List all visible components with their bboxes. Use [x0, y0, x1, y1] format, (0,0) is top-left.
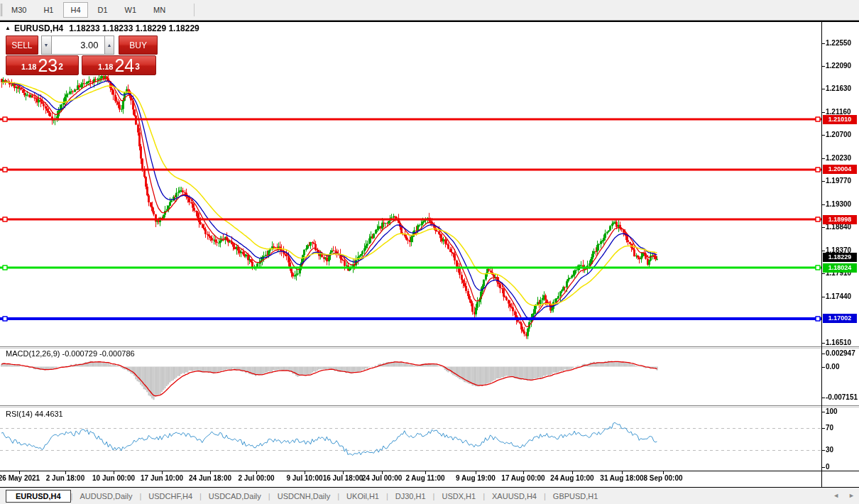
tab-scroll-left-icon[interactable]: ◄ — [833, 491, 839, 500]
tab-item-usdcad[interactable]: USDCAD,Daily — [202, 490, 268, 503]
tab-scroll-right-icon[interactable]: ► — [848, 491, 855, 500]
tab-item-usdx[interactable]: USDX,H1 — [434, 490, 483, 503]
x-axis-label: 17 Jun 10:00 — [141, 474, 183, 482]
timeframe-button-w1[interactable]: W1 — [118, 2, 144, 18]
price-chart-canvas[interactable] — [0, 0, 859, 504]
timeframe-group: M30H1H4D1W1MN — [3, 2, 174, 18]
timeframe-toolbar: M30H1H4D1W1MN — [0, 0, 859, 21]
symbol-period-label: EURUSD,H4 — [14, 23, 63, 33]
toolbar-separator — [194, 4, 195, 16]
rsi-scale-label: 100 — [826, 407, 858, 415]
tab-item-usdcnh[interactable]: USDCNH,Daily — [270, 490, 338, 503]
volume-input[interactable] — [52, 35, 104, 55]
x-axis-label: 2 Aug 11:00 — [405, 474, 444, 482]
sell-button[interactable]: SELL — [6, 35, 38, 55]
sell-price-display[interactable]: 1.18232 — [6, 55, 79, 75]
x-axis-label: 26 May 2021 — [0, 474, 40, 482]
volume-decrease-button[interactable]: ▼ — [41, 35, 52, 55]
hline-price-tag: 1.20004 — [823, 165, 857, 174]
rsi-scale-label: 70 — [826, 424, 858, 432]
y-axis-tick-label: 1.21630 — [826, 84, 858, 92]
y-axis-tick-label: 1.22550 — [826, 39, 858, 47]
macd-indicator-label: MACD(12,26,9) -0.000729 -0.000786 — [6, 349, 135, 358]
rsi-scale-label: 0 — [826, 463, 858, 471]
mt4-chart-window: M30H1H4D1W1MN ▲EURUSD,H41.18233 1.18233 … — [0, 0, 859, 504]
tab-item-gbpusd[interactable]: GBPUSD,H1 — [546, 490, 606, 503]
x-axis-label: 24 Jun 18:00 — [189, 474, 231, 482]
sell-price-sup: 2 — [58, 56, 63, 77]
timeframe-button-mn[interactable]: MN — [146, 2, 173, 18]
x-axis-label: 17 Aug 00:00 — [501, 474, 545, 482]
y-axis-tick-label: 1.17440 — [826, 292, 858, 300]
hline-price-tag: 1.18024 — [823, 263, 857, 273]
y-axis-tick-label: 1.19300 — [826, 200, 858, 208]
x-axis-label: 9 Jul 10:00 — [286, 474, 322, 482]
timeframe-button-h1[interactable]: H1 — [36, 2, 60, 18]
y-axis-tick-label: 1.19770 — [826, 177, 858, 185]
rsi-indicator-label: RSI(14) 44.4631 — [6, 410, 63, 418]
tab-item-usdchf[interactable]: USDCHF,H4 — [141, 490, 199, 503]
tab-item-eurusd[interactable]: EURUSD,H4 — [6, 490, 71, 503]
tab-scroll-arrows: ◄ ► — [833, 491, 855, 500]
chart-tab-bar: EURUSD,H4|AUDUSD,Daily|USDCHF,H4|USDCAD,… — [0, 488, 859, 504]
tab-item-ukoil[interactable]: UKOil,H1 — [339, 490, 386, 503]
rsi-scale-label: 30 — [826, 446, 858, 454]
sell-price-big: 23 — [38, 57, 58, 74]
timeframe-button-h4[interactable]: H4 — [63, 2, 87, 18]
x-axis-label: 9 Aug 19:00 — [456, 474, 496, 482]
ohlc-values: 1.18233 1.18233 1.18229 1.18229 — [69, 23, 199, 33]
volume-increase-button[interactable]: ▲ — [104, 35, 115, 55]
x-axis-label: 16 Jul 18:00 — [323, 474, 363, 482]
buy-price-base: 1.18 — [98, 60, 113, 74]
y-axis-tick-label: 1.20700 — [826, 131, 858, 138]
hline-price-tag: 1.17002 — [823, 314, 857, 323]
hline-price-tag: 1.21010 — [823, 115, 857, 124]
macd-scale-label: 0.002947 — [826, 349, 858, 357]
chevron-down-icon: ▼ — [44, 43, 49, 48]
buy-price-sup: 3 — [135, 56, 140, 77]
y-axis-tick-label: 1.20230 — [826, 154, 858, 162]
x-axis-label: 31 Aug 18:00 — [600, 474, 643, 482]
tab-item-audusd[interactable]: AUDUSD,Daily — [72, 490, 139, 503]
x-axis-label: 2 Jun 18:00 — [46, 474, 84, 482]
chart-title: ▲EURUSD,H41.18233 1.18233 1.18229 1.1822… — [5, 23, 199, 33]
x-axis-label: 10 Jun 00:00 — [92, 474, 135, 482]
one-click-trading-panel: SELL ▼ ▲ BUY 1.18232 1.18243 — [6, 35, 158, 75]
timeframe-button-m30[interactable]: M30 — [4, 2, 33, 18]
chevron-up-icon: ▲ — [107, 43, 112, 48]
tab-item-dj30[interactable]: DJ30,H1 — [388, 490, 433, 503]
macd-scale-label: -0.007151 — [826, 393, 858, 401]
buy-button[interactable]: BUY — [119, 35, 158, 55]
buy-price-big: 24 — [114, 57, 134, 74]
panel-collapse-icon[interactable]: ▲ — [5, 25, 11, 31]
x-axis-label: 8 Sep 00:00 — [643, 474, 682, 482]
y-axis-tick-label: 1.16510 — [826, 339, 858, 346]
macd-scale-label: 0.00 — [826, 363, 858, 371]
timeframe-button-d1[interactable]: D1 — [91, 2, 115, 18]
y-axis-tick-label: 1.18840 — [826, 223, 858, 231]
x-axis-label: 24 Aug 10:00 — [550, 474, 593, 482]
current-price-tag: 1.18229 — [823, 253, 857, 262]
y-axis-tick-label: 1.22090 — [826, 62, 858, 70]
tab-item-xauusd[interactable]: XAUUSD,H4 — [485, 490, 544, 503]
x-axis-label: 24 Jul 00:00 — [362, 474, 403, 482]
buy-price-display[interactable]: 1.18243 — [82, 55, 156, 75]
x-axis-label: 2 Jul 00:00 — [238, 474, 274, 482]
hline-price-tag: 1.18998 — [823, 215, 857, 224]
sell-price-base: 1.18 — [21, 60, 36, 74]
